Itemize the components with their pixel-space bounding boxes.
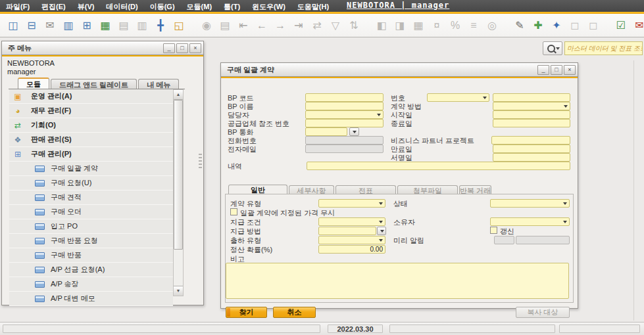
- sidebar-item-ap-down-payment-request[interactable]: A/P 선금 요청(A): [9, 263, 173, 277]
- new-activity-icon[interactable]: ✚: [530, 17, 546, 34]
- sidebar-item-sales[interactable]: ❖ 판매 관리(S): [9, 133, 173, 147]
- sidebar-item-purchase-order[interactable]: 구매 오더: [9, 205, 173, 219]
- sidebar-item-goods-return-request[interactable]: 구매 반품 요청: [9, 234, 173, 248]
- end-date-input[interactable]: [493, 119, 570, 127]
- status-select[interactable]: [490, 199, 570, 208]
- menu-item[interactable]: 툴(T): [218, 3, 246, 11]
- sort-icon[interactable]: ⇅: [346, 17, 362, 34]
- previous-record-icon[interactable]: ←: [254, 17, 270, 34]
- sidebar-item-ap-invoice[interactable]: A/P 송장: [9, 277, 173, 292]
- maximize-icon[interactable]: □: [176, 43, 188, 53]
- refresh-icon[interactable]: ⇄: [309, 17, 325, 34]
- next-record-icon[interactable]: →: [272, 17, 288, 34]
- close-icon[interactable]: ×: [564, 65, 576, 75]
- lock-screen-icon[interactable]: ◱: [171, 17, 187, 34]
- sidebar-item-purchasing[interactable]: ⊞ 구매 관리(P): [9, 147, 173, 162]
- copy-from-icon[interactable]: ◧: [374, 17, 389, 34]
- copy-to-button[interactable]: 복사 대상: [516, 307, 570, 318]
- tab-general[interactable]: 일반: [228, 185, 287, 194]
- menu-scrollbar[interactable]: ▲ ▼: [173, 89, 184, 296]
- list-icon[interactable]: ▤: [217, 17, 233, 34]
- menu-item[interactable]: 도움말(H): [291, 3, 335, 11]
- tab-details[interactable]: 세부사항: [289, 185, 334, 194]
- bp-name-input[interactable]: [305, 102, 384, 110]
- payment-means-icon[interactable]: ≡: [466, 17, 482, 34]
- export-excel-icon[interactable]: ▦: [97, 17, 113, 34]
- maximize-icon[interactable]: □: [551, 65, 562, 75]
- last-record-icon[interactable]: ⇥: [291, 17, 307, 34]
- find-button[interactable]: 찾기: [226, 307, 267, 318]
- contact-person-select[interactable]: [305, 110, 384, 119]
- email-input[interactable]: [305, 145, 384, 153]
- description-input[interactable]: [307, 162, 570, 170]
- agreement-method-select[interactable]: [493, 102, 570, 110]
- payment-terms-select[interactable]: [318, 217, 385, 226]
- menu-item[interactable]: 파일(F): [0, 3, 36, 11]
- sidebar-item-purchase-request[interactable]: 구매 요청(U): [9, 176, 173, 190]
- close-icon[interactable]: ×: [189, 43, 201, 53]
- export-word-icon[interactable]: ▤: [116, 17, 132, 34]
- export-pdf-icon[interactable]: ▥: [134, 17, 150, 34]
- search-button[interactable]: [543, 41, 562, 55]
- settlement-probability-input[interactable]: 0.00: [318, 245, 385, 254]
- menu-item[interactable]: 편집(E): [36, 3, 72, 11]
- minimize-icon[interactable]: _: [537, 65, 549, 75]
- scroll-down-icon[interactable]: ▼: [174, 286, 183, 296]
- ignore-prices-checkbox[interactable]: [230, 208, 237, 215]
- query-icon[interactable]: ◎: [484, 17, 500, 34]
- scrollbar-thumb[interactable]: [174, 100, 183, 250]
- print-preview-icon[interactable]: ◫: [5, 17, 21, 34]
- sidebar-item-financials[interactable]: ◕ 재무 관리(F): [9, 104, 173, 118]
- menu-item[interactable]: 데이터(D): [100, 3, 143, 11]
- sidebar-item-goods-return[interactable]: 구매 반품: [9, 248, 173, 263]
- bp-currency-dropdown-button[interactable]: [349, 127, 359, 136]
- comments-icon[interactable]: ◻: [585, 17, 601, 34]
- minimize-icon[interactable]: _: [163, 43, 175, 53]
- payment-method-input[interactable]: [318, 227, 376, 235]
- start-date-input[interactable]: [493, 110, 570, 119]
- sidebar-item-purchase-quotation[interactable]: 구매 견적: [9, 190, 173, 205]
- tab-attachments[interactable]: 첨부파일: [397, 185, 458, 194]
- sidebar-item-administration[interactable]: ▣ 운영 관리(A): [9, 89, 173, 104]
- cancel-button[interactable]: 취소: [273, 307, 316, 318]
- find-icon[interactable]: ◉: [199, 17, 214, 34]
- menu-item[interactable]: 모듈(M): [181, 3, 218, 11]
- comment-icon[interactable]: ◻: [567, 17, 583, 34]
- sidebar-item-purchase-blanket-agreement[interactable]: 구매 일괄 계약: [9, 162, 173, 176]
- layout-designer-icon[interactable]: ╋: [153, 17, 168, 34]
- sms-icon[interactable]: ▥: [61, 17, 76, 34]
- reminder-value-input[interactable]: [494, 236, 514, 244]
- bp-code-input[interactable]: [305, 93, 384, 102]
- bp-currency-input[interactable]: [305, 127, 347, 136]
- edit-icon[interactable]: ✎: [512, 17, 528, 34]
- fax-icon[interactable]: ⊞: [79, 17, 95, 34]
- sidebar-item-goods-receipt-po[interactable]: 입고 PO: [9, 219, 173, 234]
- remarks-textarea[interactable]: [226, 263, 569, 299]
- owner-select[interactable]: [490, 217, 570, 226]
- termination-date-input[interactable]: [493, 145, 570, 153]
- agreement-titlebar[interactable]: 구매 일괄 계약 _ □ ×: [221, 63, 578, 77]
- renewal-checkbox[interactable]: [490, 227, 497, 234]
- filter-icon[interactable]: ▽: [328, 17, 343, 34]
- payment-icon[interactable]: ¤: [429, 17, 445, 34]
- menu-item[interactable]: 윈도우(W): [246, 3, 291, 11]
- bp-project-input[interactable]: [491, 136, 570, 145]
- phone-input[interactable]: [305, 136, 384, 145]
- checklist-icon[interactable]: ☑: [613, 17, 629, 34]
- tab-recurring[interactable]: 반복 거래: [459, 185, 491, 194]
- sidebar-item-opportunities[interactable]: ⇄ 기회(O): [9, 118, 173, 133]
- shipping-type-select[interactable]: [318, 236, 385, 244]
- copy-to-icon[interactable]: ◨: [392, 17, 408, 34]
- resize-grip[interactable]: [199, 154, 202, 168]
- number-series-select[interactable]: [427, 93, 489, 102]
- menu-item[interactable]: 이동(G): [144, 3, 181, 11]
- journal-entry-icon[interactable]: ▦: [410, 17, 426, 34]
- gross-profit-icon[interactable]: %: [447, 17, 463, 34]
- customize-icon[interactable]: ✦: [549, 17, 564, 34]
- sidebar-item-ap-credit-memo[interactable]: A/P 대변 메모: [9, 292, 173, 306]
- scroll-up-icon[interactable]: ▲: [174, 90, 183, 100]
- menu-item[interactable]: 뷰(V): [72, 3, 101, 11]
- payment-method-dropdown-button[interactable]: [377, 227, 386, 235]
- email-icon[interactable]: ✉: [42, 17, 58, 34]
- number-input[interactable]: [493, 93, 570, 102]
